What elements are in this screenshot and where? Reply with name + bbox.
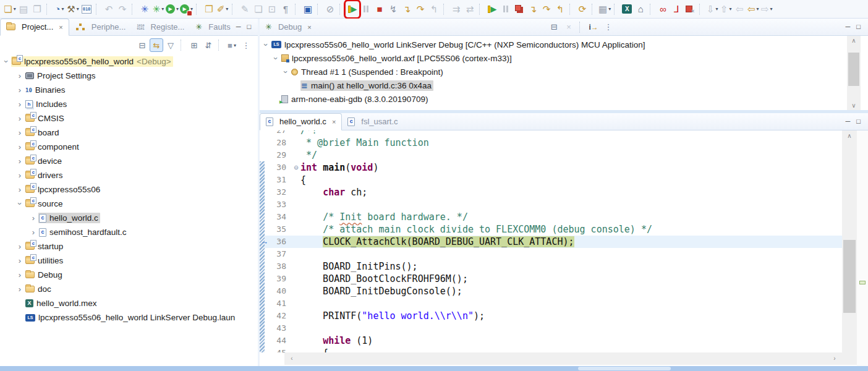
new-wizard-icon[interactable]: ❏▾ bbox=[4, 2, 16, 17]
select-working-set-icon[interactable]: ⊞ bbox=[187, 38, 201, 52]
step-over-debug-icon[interactable]: ↷ bbox=[540, 2, 553, 17]
next-annotation-icon[interactable]: ❏ bbox=[252, 2, 265, 17]
maximize-icon[interactable]: □ bbox=[247, 23, 251, 30]
code-area[interactable]: 27/*!28 * @brief Main function29 */30⊖in… bbox=[260, 130, 842, 352]
project-item-device[interactable]: ›device bbox=[0, 154, 258, 168]
restart-icon[interactable]: ⟳ bbox=[576, 2, 589, 17]
close-icon[interactable]: × bbox=[59, 23, 62, 31]
expander-closed-icon[interactable]: › bbox=[15, 142, 25, 151]
last-edit-location-icon[interactable]: ⊡ bbox=[266, 2, 278, 17]
tab-registe-[interactable]: 10100101Registe... bbox=[131, 19, 190, 36]
editor-vertical-scrollbar[interactable]: ∧ ∨ bbox=[842, 130, 857, 365]
debug-as-icon[interactable]: ✳▾ bbox=[152, 2, 164, 17]
scroll-right-icon[interactable]: › bbox=[830, 355, 840, 362]
scroll-down-icon[interactable]: ∨ bbox=[847, 102, 861, 109]
undo-icon[interactable]: ↶ bbox=[103, 2, 115, 17]
project-item-board[interactable]: ›board bbox=[0, 126, 258, 140]
terminate-remove-all-icon[interactable]: × bbox=[684, 2, 696, 17]
dropdown-arrow-icon[interactable]: ▾ bbox=[176, 6, 179, 12]
tab-debug[interactable]: ✳Debug× bbox=[260, 19, 317, 36]
dropdown-arrow-icon[interactable]: ▾ bbox=[234, 43, 236, 48]
project-item-utilities[interactable]: ›utilities bbox=[0, 254, 258, 268]
maximize-icon[interactable]: □ bbox=[856, 23, 861, 30]
debug-item-arm-none-eabi-gdb[interactable]: arm-none-eabi-gdb (8.3.0.20190709) bbox=[260, 92, 842, 106]
maximize-icon[interactable]: □ bbox=[856, 118, 861, 125]
project-item-drivers[interactable]: ›drivers bbox=[0, 168, 258, 182]
expander-open-icon[interactable]: › bbox=[262, 40, 271, 49]
back-disabled-icon[interactable]: ⇦ bbox=[733, 2, 746, 17]
minimize-icon[interactable]: ─ bbox=[846, 23, 851, 30]
editor-horizontal-scrollbar[interactable]: ‹ › bbox=[284, 352, 842, 365]
update-code-icon[interactable]: ⇩▾ bbox=[706, 2, 718, 17]
project-item-project[interactable]: ›Project Settings bbox=[0, 69, 258, 83]
step-over-icon[interactable]: ↷ bbox=[414, 2, 427, 17]
view-menu-icon[interactable]: ⋮ bbox=[602, 20, 615, 34]
forward-icon[interactable]: ⇨▾ bbox=[760, 2, 773, 17]
debug-item-lpcxpresso55s06_hello_world.axf[interactable]: ›lpcxpresso55s06_hello_world.axf [LPC55S… bbox=[260, 51, 842, 65]
overview-ruler-marker[interactable] bbox=[859, 281, 866, 284]
scroll-up-icon[interactable]: ∧ bbox=[842, 132, 857, 139]
expander-open-icon[interactable]: › bbox=[15, 199, 25, 209]
project-item-includes[interactable]: ›hIncludes bbox=[0, 97, 258, 111]
expander-closed-icon[interactable]: › bbox=[28, 213, 38, 223]
expander-closed-icon[interactable]: › bbox=[15, 242, 25, 251]
close-icon[interactable]: × bbox=[332, 118, 336, 126]
expander-closed-icon[interactable]: › bbox=[15, 256, 25, 265]
minimize-icon[interactable]: ─ bbox=[236, 23, 241, 30]
dropdown-arrow-icon[interactable]: ▾ bbox=[77, 6, 79, 12]
suspend-debug-icon[interactable] bbox=[500, 2, 512, 17]
step-return-debug-icon[interactable]: ↰ bbox=[554, 2, 566, 17]
scrollbar-thumb[interactable] bbox=[848, 53, 859, 86]
project-item-debug[interactable]: ›Debug bbox=[0, 268, 258, 282]
expander-closed-icon[interactable]: › bbox=[15, 284, 25, 294]
terminate-icon[interactable]: ■ bbox=[373, 2, 386, 17]
new-untitled-file-icon[interactable]: ✎ bbox=[239, 2, 251, 17]
expander-open-icon[interactable]: › bbox=[271, 53, 281, 63]
expander-closed-icon[interactable]: › bbox=[15, 100, 25, 109]
expander-closed-icon[interactable]: › bbox=[15, 185, 25, 194]
home-icon[interactable]: ⌂ bbox=[634, 2, 647, 17]
project-item-binaries[interactable]: ›10Binaries bbox=[0, 83, 258, 97]
project-item-hello_world.mex[interactable]: Xhello_world.mex bbox=[0, 296, 258, 310]
dropdown-arrow-icon[interactable]: ▾ bbox=[14, 6, 16, 12]
memory-icon[interactable]: ▦▾ bbox=[598, 2, 611, 17]
layout-icon[interactable]: ■▾ bbox=[225, 38, 239, 52]
link-tool-icon[interactable]: ∞ bbox=[657, 2, 669, 17]
link-with-editor-icon[interactable]: ⇆ bbox=[150, 38, 163, 52]
expander-closed-icon[interactable]: › bbox=[15, 128, 25, 137]
dropdown-arrow-icon[interactable]: ▾ bbox=[770, 6, 773, 12]
scrollbar-thumb[interactable] bbox=[843, 240, 856, 313]
pin-console-icon[interactable]: ⊘ bbox=[324, 2, 336, 17]
expander-closed-icon[interactable]: › bbox=[15, 270, 25, 279]
dropdown-arrow-icon[interactable]: ▾ bbox=[716, 6, 718, 12]
skip-all-breakpoints-icon[interactable]: ◔▾ bbox=[53, 2, 66, 17]
project-explorer-tree[interactable]: ›lpcxpresso55s06_hello_world<Debug>›Proj… bbox=[0, 54, 258, 366]
dropdown-arrow-icon[interactable]: ▾ bbox=[730, 6, 732, 12]
expander-closed-icon[interactable]: › bbox=[15, 85, 25, 95]
debug-tree[interactable]: ›LSlpcxpresso55s06_hello_world LinkServe… bbox=[260, 36, 842, 110]
show-whitespace-icon[interactable]: ¶ bbox=[279, 2, 292, 17]
expander-closed-icon[interactable]: › bbox=[28, 228, 38, 237]
terminate-all-icon[interactable] bbox=[513, 2, 525, 17]
synchronize-icon[interactable]: ⇵ bbox=[202, 38, 215, 52]
expander-open-icon[interactable]: › bbox=[2, 57, 11, 67]
project-item-doc[interactable]: ›doc bbox=[0, 282, 258, 296]
minimize-icon[interactable]: ─ bbox=[846, 118, 851, 125]
expander-closed-icon[interactable]: › bbox=[15, 156, 25, 166]
back-icon[interactable]: ⇦▾ bbox=[747, 2, 759, 17]
project-item-hello_world.c[interactable]: ›chello_world.c bbox=[0, 211, 258, 225]
scroll-up-icon[interactable]: ∧ bbox=[847, 37, 861, 44]
step-return-icon[interactable]: ↰ bbox=[428, 2, 440, 17]
filter-icon[interactable]: ▽ bbox=[164, 38, 177, 52]
profile-icon[interactable]: ▶▾ bbox=[180, 2, 193, 17]
collapse-all-icon[interactable]: ⊟ bbox=[135, 38, 149, 52]
suspend-icon[interactable] bbox=[360, 2, 372, 17]
open-resource-icon[interactable]: ❐ bbox=[203, 2, 215, 17]
debug-item-main-[interactable]: ≡main() at hello_world.c:36 0x4aa bbox=[260, 79, 842, 92]
show-full-paths-icon[interactable]: i→ bbox=[587, 20, 600, 34]
tab-project-[interactable]: Project...× bbox=[0, 19, 69, 36]
project-item-component[interactable]: ›component bbox=[0, 140, 258, 154]
expander-closed-icon[interactable]: › bbox=[15, 71, 25, 80]
project-item-lpcxpresso55s06[interactable]: ›lpcxpresso55s06 bbox=[0, 182, 258, 197]
expander-open-icon[interactable]: › bbox=[281, 67, 291, 77]
